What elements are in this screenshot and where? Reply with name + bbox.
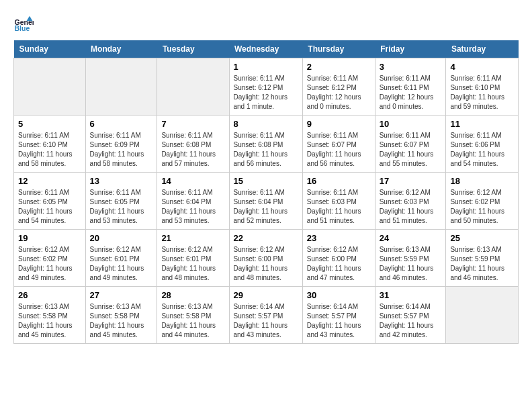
day-number: 24 bbox=[380, 233, 442, 243]
calendar-cell: 31Sunrise: 6:14 AM Sunset: 5:57 PM Dayli… bbox=[375, 287, 446, 344]
day-header-thursday: Thursday bbox=[302, 40, 375, 58]
calendar-cell: 3Sunrise: 6:11 AM Sunset: 6:11 PM Daylig… bbox=[375, 58, 446, 116]
logo: General Blue bbox=[13, 13, 36, 34]
day-number: 12 bbox=[18, 176, 81, 186]
day-number: 7 bbox=[161, 119, 224, 129]
day-number: 1 bbox=[234, 62, 298, 72]
calendar-cell: 15Sunrise: 6:11 AM Sunset: 6:04 PM Dayli… bbox=[229, 173, 302, 230]
day-number: 6 bbox=[90, 119, 153, 129]
day-info: Sunrise: 6:11 AM Sunset: 6:08 PM Dayligh… bbox=[234, 131, 298, 169]
day-header-saturday: Saturday bbox=[446, 40, 519, 58]
day-info: Sunrise: 6:11 AM Sunset: 6:07 PM Dayligh… bbox=[380, 131, 442, 169]
day-info: Sunrise: 6:11 AM Sunset: 6:08 PM Dayligh… bbox=[161, 131, 224, 169]
day-header-tuesday: Tuesday bbox=[157, 40, 229, 58]
day-info: Sunrise: 6:12 AM Sunset: 6:01 PM Dayligh… bbox=[90, 245, 153, 283]
calendar-body: 1Sunrise: 6:11 AM Sunset: 6:12 PM Daylig… bbox=[14, 58, 519, 344]
calendar-cell bbox=[157, 58, 229, 116]
week-row-0: 1Sunrise: 6:11 AM Sunset: 6:12 PM Daylig… bbox=[14, 58, 519, 116]
week-row-4: 26Sunrise: 6:13 AM Sunset: 5:58 PM Dayli… bbox=[14, 287, 519, 344]
day-number: 11 bbox=[450, 119, 514, 129]
day-number: 2 bbox=[307, 62, 371, 72]
calendar-cell: 19Sunrise: 6:12 AM Sunset: 6:02 PM Dayli… bbox=[14, 230, 86, 287]
calendar-cell: 12Sunrise: 6:11 AM Sunset: 6:05 PM Dayli… bbox=[14, 173, 86, 230]
page-header: General Blue bbox=[13, 13, 519, 34]
calendar-cell: 23Sunrise: 6:12 AM Sunset: 6:00 PM Dayli… bbox=[302, 230, 375, 287]
day-info: Sunrise: 6:11 AM Sunset: 6:12 PM Dayligh… bbox=[307, 74, 371, 111]
day-number: 22 bbox=[234, 233, 298, 243]
day-info: Sunrise: 6:12 AM Sunset: 6:03 PM Dayligh… bbox=[380, 188, 442, 226]
calendar-cell: 5Sunrise: 6:11 AM Sunset: 6:10 PM Daylig… bbox=[14, 116, 86, 173]
calendar-cell: 24Sunrise: 6:13 AM Sunset: 5:59 PM Dayli… bbox=[375, 230, 446, 287]
day-info: Sunrise: 6:11 AM Sunset: 6:05 PM Dayligh… bbox=[90, 188, 153, 226]
day-number: 21 bbox=[161, 233, 224, 243]
calendar-cell: 10Sunrise: 6:11 AM Sunset: 6:07 PM Dayli… bbox=[375, 116, 446, 173]
day-info: Sunrise: 6:11 AM Sunset: 6:03 PM Dayligh… bbox=[307, 188, 371, 226]
day-number: 25 bbox=[450, 233, 514, 243]
calendar-cell: 8Sunrise: 6:11 AM Sunset: 6:08 PM Daylig… bbox=[229, 116, 302, 173]
calendar-cell: 17Sunrise: 6:12 AM Sunset: 6:03 PM Dayli… bbox=[375, 173, 446, 230]
day-info: Sunrise: 6:14 AM Sunset: 5:57 PM Dayligh… bbox=[307, 302, 371, 340]
day-info: Sunrise: 6:11 AM Sunset: 6:10 PM Dayligh… bbox=[450, 74, 514, 111]
day-info: Sunrise: 6:11 AM Sunset: 6:12 PM Dayligh… bbox=[234, 74, 298, 111]
day-info: Sunrise: 6:12 AM Sunset: 6:01 PM Dayligh… bbox=[161, 245, 224, 283]
day-number: 18 bbox=[450, 176, 514, 186]
calendar-cell: 20Sunrise: 6:12 AM Sunset: 6:01 PM Dayli… bbox=[85, 230, 157, 287]
calendar-cell: 13Sunrise: 6:11 AM Sunset: 6:05 PM Dayli… bbox=[85, 173, 157, 230]
week-row-2: 12Sunrise: 6:11 AM Sunset: 6:05 PM Dayli… bbox=[14, 173, 519, 230]
calendar-cell: 2Sunrise: 6:11 AM Sunset: 6:12 PM Daylig… bbox=[302, 58, 375, 116]
day-number: 31 bbox=[380, 290, 442, 300]
week-row-3: 19Sunrise: 6:12 AM Sunset: 6:02 PM Dayli… bbox=[14, 230, 519, 287]
day-number: 17 bbox=[380, 176, 442, 186]
calendar-cell: 25Sunrise: 6:13 AM Sunset: 5:59 PM Dayli… bbox=[446, 230, 519, 287]
day-info: Sunrise: 6:13 AM Sunset: 5:58 PM Dayligh… bbox=[18, 302, 81, 340]
day-number: 15 bbox=[234, 176, 298, 186]
day-number: 10 bbox=[380, 119, 442, 129]
day-number: 13 bbox=[90, 176, 153, 186]
day-header-sunday: Sunday bbox=[14, 40, 86, 58]
day-info: Sunrise: 6:12 AM Sunset: 6:00 PM Dayligh… bbox=[234, 245, 298, 283]
svg-text:Blue: Blue bbox=[15, 24, 30, 32]
day-info: Sunrise: 6:14 AM Sunset: 5:57 PM Dayligh… bbox=[234, 302, 298, 340]
calendar-cell: 16Sunrise: 6:11 AM Sunset: 6:03 PM Dayli… bbox=[302, 173, 375, 230]
day-info: Sunrise: 6:13 AM Sunset: 5:58 PM Dayligh… bbox=[90, 302, 153, 340]
day-number: 26 bbox=[18, 290, 81, 300]
day-info: Sunrise: 6:11 AM Sunset: 6:09 PM Dayligh… bbox=[90, 131, 153, 169]
day-info: Sunrise: 6:11 AM Sunset: 6:04 PM Dayligh… bbox=[234, 188, 298, 226]
day-info: Sunrise: 6:11 AM Sunset: 6:10 PM Dayligh… bbox=[18, 131, 81, 169]
week-row-1: 5Sunrise: 6:11 AM Sunset: 6:10 PM Daylig… bbox=[14, 116, 519, 173]
day-header-wednesday: Wednesday bbox=[229, 40, 302, 58]
calendar-cell: 30Sunrise: 6:14 AM Sunset: 5:57 PM Dayli… bbox=[302, 287, 375, 344]
logo-icon: General Blue bbox=[13, 13, 34, 34]
day-info: Sunrise: 6:13 AM Sunset: 5:59 PM Dayligh… bbox=[380, 245, 442, 283]
day-info: Sunrise: 6:14 AM Sunset: 5:57 PM Dayligh… bbox=[380, 302, 442, 340]
day-header-friday: Friday bbox=[375, 40, 446, 58]
day-number: 3 bbox=[380, 62, 442, 72]
day-number: 29 bbox=[234, 290, 298, 300]
calendar-cell: 18Sunrise: 6:12 AM Sunset: 6:02 PM Dayli… bbox=[446, 173, 519, 230]
calendar-cell: 4Sunrise: 6:11 AM Sunset: 6:10 PM Daylig… bbox=[446, 58, 519, 116]
calendar-header-row: SundayMondayTuesdayWednesdayThursdayFrid… bbox=[14, 40, 519, 58]
day-info: Sunrise: 6:11 AM Sunset: 6:04 PM Dayligh… bbox=[161, 188, 224, 226]
day-info: Sunrise: 6:12 AM Sunset: 6:00 PM Dayligh… bbox=[307, 245, 371, 283]
day-number: 30 bbox=[307, 290, 371, 300]
day-number: 4 bbox=[450, 62, 514, 72]
calendar-cell: 7Sunrise: 6:11 AM Sunset: 6:08 PM Daylig… bbox=[157, 116, 229, 173]
day-info: Sunrise: 6:13 AM Sunset: 5:59 PM Dayligh… bbox=[450, 245, 514, 283]
calendar-table: SundayMondayTuesdayWednesdayThursdayFrid… bbox=[13, 40, 519, 344]
calendar-cell: 11Sunrise: 6:11 AM Sunset: 6:06 PM Dayli… bbox=[446, 116, 519, 173]
day-number: 16 bbox=[307, 176, 371, 186]
day-info: Sunrise: 6:11 AM Sunset: 6:05 PM Dayligh… bbox=[18, 188, 81, 226]
calendar-cell: 22Sunrise: 6:12 AM Sunset: 6:00 PM Dayli… bbox=[229, 230, 302, 287]
day-number: 19 bbox=[18, 233, 81, 243]
calendar-cell: 26Sunrise: 6:13 AM Sunset: 5:58 PM Dayli… bbox=[14, 287, 86, 344]
calendar-cell: 21Sunrise: 6:12 AM Sunset: 6:01 PM Dayli… bbox=[157, 230, 229, 287]
calendar-cell bbox=[14, 58, 86, 116]
day-info: Sunrise: 6:12 AM Sunset: 6:02 PM Dayligh… bbox=[450, 188, 514, 226]
day-number: 27 bbox=[90, 290, 153, 300]
day-number: 23 bbox=[307, 233, 371, 243]
day-number: 9 bbox=[307, 119, 371, 129]
day-number: 20 bbox=[90, 233, 153, 243]
calendar-cell: 9Sunrise: 6:11 AM Sunset: 6:07 PM Daylig… bbox=[302, 116, 375, 173]
calendar-cell: 6Sunrise: 6:11 AM Sunset: 6:09 PM Daylig… bbox=[85, 116, 157, 173]
calendar-cell bbox=[446, 287, 519, 344]
